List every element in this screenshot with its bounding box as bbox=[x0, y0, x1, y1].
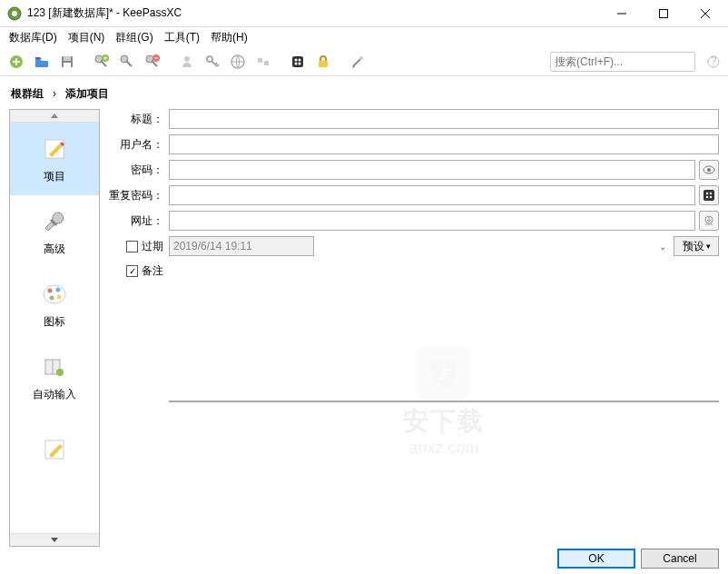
expires-label-wrap: 过期 bbox=[105, 239, 169, 254]
new-database-button[interactable] bbox=[5, 51, 27, 73]
svg-rect-39 bbox=[703, 190, 714, 201]
menu-groups[interactable]: 群组(G) bbox=[110, 28, 158, 47]
title-bar: 123 [新建数据库]* - KeePassXC bbox=[0, 0, 728, 27]
nav-label-icon: 图标 bbox=[44, 314, 65, 330]
notes-label: 备注 bbox=[142, 263, 163, 279]
svg-rect-8 bbox=[64, 56, 71, 61]
menu-help[interactable]: 帮助(H) bbox=[205, 28, 253, 47]
lock-database-button[interactable] bbox=[312, 51, 334, 73]
menu-database[interactable]: 数据库(D) bbox=[4, 28, 63, 47]
password-label: 密码： bbox=[105, 163, 169, 178]
title-input[interactable] bbox=[169, 109, 719, 129]
download-favicon-button[interactable] bbox=[699, 211, 719, 231]
autotype-icon bbox=[40, 352, 69, 381]
copy-username-button[interactable] bbox=[176, 51, 198, 73]
svg-point-18 bbox=[295, 58, 298, 61]
sidenav-scroll-up-button[interactable] bbox=[10, 110, 99, 123]
minimize-button[interactable] bbox=[601, 0, 643, 27]
password-input[interactable] bbox=[169, 160, 695, 180]
add-entry-button[interactable] bbox=[91, 51, 113, 73]
svg-rect-9 bbox=[64, 63, 71, 67]
breadcrumb-separator: › bbox=[47, 87, 62, 100]
expires-preset-button[interactable]: 预设 ▾ bbox=[674, 236, 719, 256]
notes-checkbox[interactable] bbox=[126, 265, 138, 277]
sidenav-scroll-down-button[interactable] bbox=[10, 533, 99, 546]
toggle-password-visibility-button[interactable] bbox=[699, 160, 719, 180]
side-nav: 项目 高级 图标 自动输入 bbox=[9, 109, 100, 547]
notes-textarea[interactable]: 安 安下载 anxz.com bbox=[169, 401, 719, 402]
maximize-button[interactable] bbox=[643, 0, 684, 27]
dialog-buttons: OK Cancel bbox=[557, 549, 719, 569]
svg-point-29 bbox=[44, 285, 65, 303]
copy-url-button[interactable] bbox=[227, 51, 249, 73]
wrench-icon bbox=[40, 207, 69, 236]
nav-label-autotype: 自动输入 bbox=[33, 387, 76, 402]
open-database-button[interactable] bbox=[31, 51, 53, 73]
search-help-button[interactable]: ? bbox=[704, 53, 723, 71]
nav-item-autotype[interactable]: 自动输入 bbox=[10, 341, 99, 413]
nav-item-entry[interactable]: 项目 bbox=[10, 123, 99, 195]
search-box[interactable] bbox=[550, 52, 695, 72]
svg-point-21 bbox=[299, 62, 301, 64]
watermark: 安 安下载 anxz.com bbox=[403, 346, 485, 458]
svg-point-31 bbox=[56, 287, 61, 292]
svg-point-38 bbox=[707, 168, 711, 172]
menu-bar: 数据库(D) 项目(N) 群组(G) 工具(T) 帮助(H) bbox=[0, 27, 728, 47]
search-input[interactable] bbox=[555, 55, 691, 68]
nav-item-icon[interactable]: 图标 bbox=[10, 268, 99, 341]
settings-button[interactable] bbox=[347, 51, 369, 73]
svg-point-20 bbox=[295, 62, 298, 64]
breadcrumb-root[interactable]: 根群组 bbox=[11, 87, 44, 100]
svg-point-42 bbox=[706, 196, 708, 198]
ok-button[interactable]: OK bbox=[557, 549, 635, 569]
main-area: 项目 高级 图标 自动输入 标题： 用户名： bbox=[0, 107, 728, 547]
cancel-button[interactable]: Cancel bbox=[641, 549, 719, 569]
notes-label-wrap: 备注 bbox=[105, 262, 169, 279]
shield-icon: 安 bbox=[417, 346, 471, 401]
repeat-password-input[interactable] bbox=[169, 185, 695, 205]
svg-rect-22 bbox=[319, 61, 328, 67]
generate-password-button[interactable] bbox=[699, 185, 719, 205]
repeat-password-label: 重复密码： bbox=[105, 188, 169, 203]
nav-label-advanced: 高级 bbox=[44, 242, 65, 257]
nav-label-entry: 项目 bbox=[44, 169, 65, 184]
chevron-down-icon: ⌄ bbox=[659, 242, 666, 252]
svg-point-12 bbox=[184, 56, 190, 62]
password-generator-button[interactable] bbox=[287, 51, 309, 73]
menu-entries[interactable]: 项目(N) bbox=[63, 28, 111, 47]
toolbar: ? bbox=[0, 47, 728, 76]
autotype-button[interactable] bbox=[252, 51, 274, 73]
svg-text:安: 安 bbox=[438, 368, 449, 381]
expires-checkbox[interactable] bbox=[126, 241, 138, 252]
app-icon bbox=[7, 6, 22, 21]
nav-item-advanced[interactable]: 高级 bbox=[10, 195, 99, 268]
eye-icon bbox=[703, 163, 715, 176]
svg-point-1 bbox=[12, 11, 17, 16]
svg-rect-17 bbox=[292, 56, 303, 67]
breadcrumb: 根群组 › 添加项目 bbox=[0, 76, 728, 107]
sidenav-items: 项目 高级 图标 自动输入 bbox=[10, 123, 99, 533]
dice-icon bbox=[703, 189, 715, 202]
username-input[interactable] bbox=[169, 134, 719, 154]
download-icon bbox=[703, 214, 715, 227]
save-database-button[interactable] bbox=[56, 51, 78, 73]
copy-password-button[interactable] bbox=[202, 51, 223, 73]
menu-tools[interactable]: 工具(T) bbox=[159, 28, 205, 47]
edit-entry-button[interactable] bbox=[116, 51, 138, 73]
close-button[interactable] bbox=[684, 0, 726, 27]
svg-point-30 bbox=[48, 288, 53, 292]
svg-rect-15 bbox=[258, 58, 262, 63]
url-label: 网址： bbox=[105, 213, 169, 229]
nav-item-more[interactable] bbox=[10, 413, 99, 486]
entry-icon bbox=[40, 134, 69, 163]
expires-date-input[interactable] bbox=[169, 236, 314, 256]
svg-rect-3 bbox=[660, 9, 668, 17]
url-input[interactable] bbox=[169, 211, 695, 231]
delete-entry-button[interactable] bbox=[142, 51, 163, 73]
svg-rect-16 bbox=[264, 61, 269, 65]
palette-icon bbox=[40, 280, 69, 309]
svg-text:?: ? bbox=[711, 55, 717, 67]
breadcrumb-current: 添加项目 bbox=[65, 87, 109, 100]
entry-form: 标题： 用户名： 密码： 重复密码： 网址： 过期 bbox=[105, 109, 719, 547]
expires-label: 过期 bbox=[142, 239, 163, 254]
